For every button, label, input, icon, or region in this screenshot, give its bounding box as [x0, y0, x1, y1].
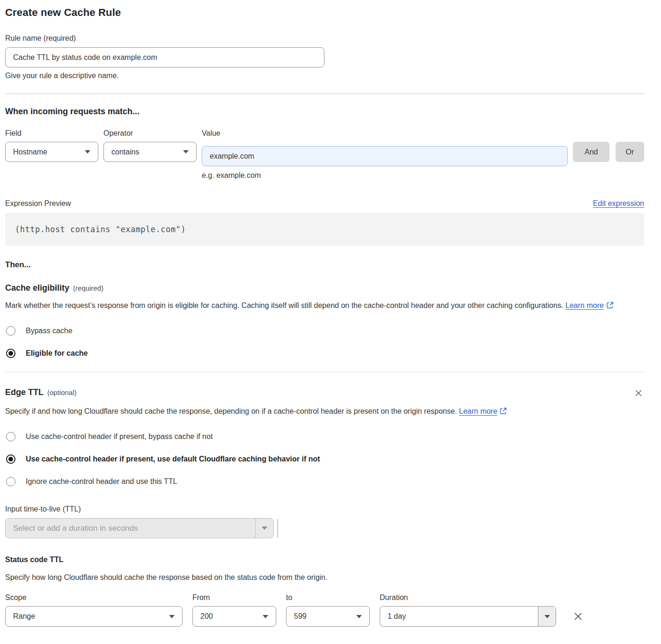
- edge-ttl-description: Specify if and how long Cloudflare shoul…: [5, 405, 522, 419]
- and-button[interactable]: And: [573, 142, 610, 162]
- match-controls-row: Field Hostname Operator contains Value e…: [5, 129, 644, 180]
- radio-unselected-icon[interactable]: [6, 432, 15, 441]
- chevron-down-icon: [169, 615, 175, 618]
- expression-preview-label: Expression Preview: [5, 199, 71, 208]
- edge-ttl-heading-row: Edge TTL(optional): [5, 388, 644, 399]
- external-link-icon: [499, 406, 507, 419]
- to-column: to 599: [286, 593, 370, 627]
- duration-select[interactable]: 1 day: [380, 606, 556, 627]
- field-select-value: Hostname: [13, 148, 47, 156]
- bypass-cache-label: Bypass cache: [26, 327, 73, 335]
- radio-unselected-icon[interactable]: [6, 326, 15, 336]
- duration-column: Duration 1 day: [380, 593, 556, 627]
- cache-eligibility-heading: Cache eligibility: [5, 283, 69, 293]
- scope-label: Scope: [5, 593, 183, 602]
- close-icon: [634, 392, 643, 399]
- field-select[interactable]: Hostname: [5, 142, 98, 162]
- chevron-down-icon: [356, 615, 362, 618]
- radio-selected-icon[interactable]: [6, 349, 15, 358]
- status-code-ttl-row: Scope Range From 200 to 599 Duration 1 d…: [5, 593, 644, 627]
- close-edge-ttl-button[interactable]: [633, 388, 644, 399]
- ttl-duration-arrow-button[interactable]: [255, 519, 273, 538]
- learn-more-link[interactable]: Learn more: [566, 301, 604, 309]
- edge-ttl-option-ignore[interactable]: Ignore cache-control header and use this…: [5, 477, 644, 486]
- field-column: Field Hostname: [5, 129, 98, 162]
- cache-eligibility-description: Mark whether the request’s response from…: [5, 299, 632, 313]
- operator-label: Operator: [103, 129, 197, 138]
- chevron-down-icon: [263, 615, 268, 618]
- from-select[interactable]: 200: [192, 606, 276, 627]
- or-button[interactable]: Or: [616, 142, 644, 162]
- remove-status-row-button[interactable]: [572, 610, 585, 623]
- edge-ttl-heading: Edge TTL: [5, 388, 44, 397]
- section-divider: [5, 94, 644, 94]
- then-heading: Then...: [5, 260, 644, 270]
- expression-preview-header: Expression Preview Edit expression: [5, 199, 644, 208]
- scope-select[interactable]: Range: [5, 606, 183, 627]
- operator-select-value: contains: [111, 148, 140, 156]
- edit-expression-link[interactable]: Edit expression: [593, 199, 644, 208]
- match-section-heading: When incoming requests match...: [5, 107, 644, 117]
- chevron-down-icon: [262, 527, 267, 530]
- eligible-for-cache-label: Eligible for cache: [26, 349, 88, 358]
- edge-ttl-option-bypass[interactable]: Use cache-control header if present, byp…: [5, 432, 644, 441]
- create-cache-rule-form: Create new Cache Rule Rule name (require…: [0, 0, 661, 636]
- edge-ttl-option-default[interactable]: Use cache-control header if present, use…: [5, 454, 644, 464]
- ttl-combo-row: Select or add a duration in seconds: [5, 518, 644, 538]
- chevron-down-icon: [544, 615, 550, 618]
- external-link-icon: [606, 300, 614, 313]
- operator-column: Operator contains: [103, 129, 197, 162]
- cache-eligibility-heading-row: Cache eligibility(required): [5, 283, 644, 293]
- rule-name-help: Give your rule a descriptive name.: [5, 72, 644, 80]
- value-help: e.g. example.com: [202, 171, 568, 180]
- status-code-ttl-heading: Status code TTL: [5, 556, 644, 564]
- value-input[interactable]: [202, 146, 568, 166]
- section-divider: [5, 372, 644, 372]
- edge-ttl-description-text: Specify if and how long Cloudflare shoul…: [5, 407, 459, 415]
- edge-ttl-qualifier: (optional): [47, 388, 77, 396]
- scope-column: Scope Range: [5, 593, 183, 627]
- scope-select-value: Range: [13, 612, 35, 621]
- duration-arrow-button[interactable]: [538, 607, 556, 626]
- chevron-down-icon: [85, 150, 90, 154]
- close-icon: [573, 616, 584, 623]
- page-title: Create new Cache Rule: [5, 7, 644, 19]
- to-label: to: [286, 593, 370, 602]
- and-column: And: [573, 129, 610, 162]
- operator-select[interactable]: contains: [103, 142, 197, 162]
- eligible-for-cache-option[interactable]: Eligible for cache: [5, 349, 644, 358]
- bypass-cache-option[interactable]: Bypass cache: [5, 326, 644, 336]
- to-select[interactable]: 599: [286, 606, 370, 627]
- chevron-down-icon: [183, 150, 189, 154]
- to-select-value: 599: [294, 612, 307, 621]
- text-cursor: [277, 519, 278, 538]
- duration-label: Duration: [380, 593, 556, 602]
- cache-eligibility-qualifier: (required): [73, 284, 103, 292]
- value-label: Value: [202, 129, 568, 138]
- radio-unselected-icon[interactable]: [6, 477, 15, 486]
- field-label: Field: [5, 129, 98, 138]
- edge-ttl-option-bypass-label: Use cache-control header if present, byp…: [26, 432, 213, 441]
- edge-ttl-option-default-label: Use cache-control header if present, use…: [26, 455, 320, 463]
- rule-name-input[interactable]: [5, 47, 324, 67]
- expression-preview-box: (http.host contains "example.com"): [5, 213, 644, 246]
- status-code-ttl-description: Specify how long Cloudflare should cache…: [5, 571, 632, 584]
- from-column: From 200: [192, 593, 276, 627]
- duration-select-value: 1 day: [380, 607, 538, 626]
- learn-more-link[interactable]: Learn more: [459, 407, 498, 415]
- ttl-duration-select[interactable]: Select or add a duration in seconds: [5, 518, 274, 538]
- ttl-input-label: Input time-to-live (TTL): [5, 505, 644, 513]
- expression-code: (http.host contains "example.com"): [15, 225, 186, 234]
- or-column: Or: [615, 129, 644, 162]
- radio-selected-icon[interactable]: [6, 454, 15, 464]
- value-column: Value e.g. example.com: [202, 129, 568, 180]
- from-select-value: 200: [200, 612, 213, 621]
- cache-eligibility-description-text: Mark whether the request’s response from…: [5, 301, 566, 309]
- edge-ttl-option-ignore-label: Ignore cache-control header and use this…: [26, 477, 177, 486]
- ttl-duration-placeholder: Select or add a duration in seconds: [6, 519, 255, 538]
- rule-name-label: Rule name (required): [5, 34, 644, 43]
- from-label: From: [192, 593, 276, 602]
